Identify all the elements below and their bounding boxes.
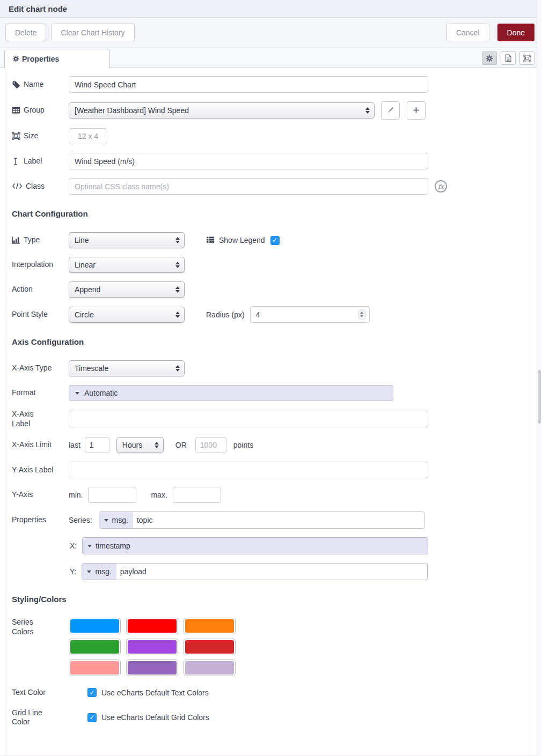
- document-icon: [504, 54, 512, 62]
- number-spinner[interactable]: [358, 309, 366, 320]
- y-axis-label-group: Y-Axis: [12, 490, 69, 500]
- x-axis-type-label: X-Axis Type: [12, 364, 52, 373]
- label-input[interactable]: [69, 153, 428, 169]
- point-style-select-value: Circle: [75, 310, 94, 319]
- series-color-swatch[interactable]: [184, 659, 236, 676]
- select-arrows-icon: [171, 365, 180, 372]
- series-type-selector[interactable]: msg.: [99, 512, 133, 528]
- interpolation-select[interactable]: Linear: [69, 257, 185, 273]
- name-label-group: Name: [12, 80, 69, 90]
- default-text-colors-checkbox[interactable]: ✓: [87, 688, 97, 697]
- default-grid-colors-checkbox[interactable]: ✓: [87, 713, 97, 722]
- x-axis-type-select[interactable]: Timescale: [69, 360, 185, 376]
- gear-icon: [12, 55, 19, 62]
- series-color-swatch[interactable]: [69, 659, 121, 676]
- series-color-swatch[interactable]: [184, 639, 236, 655]
- name-input[interactable]: [69, 76, 428, 93]
- series-value: topic: [133, 512, 153, 528]
- series-color-swatch[interactable]: [126, 618, 178, 634]
- format-value: Automatic: [84, 389, 118, 397]
- delete-button[interactable]: Delete: [5, 24, 46, 41]
- legend-list-icon: [206, 236, 215, 244]
- point-style-select[interactable]: Circle: [69, 307, 185, 323]
- series-label: Series:: [69, 516, 92, 524]
- object-group-icon: [523, 55, 531, 62]
- x-axis-limit-last-input[interactable]: [85, 437, 109, 453]
- y-axis-min-input[interactable]: [88, 487, 136, 503]
- tab-bar: Properties: [0, 48, 542, 68]
- series-color-swatch[interactable]: [69, 618, 121, 634]
- interpolation-label-group: Interpolation: [12, 260, 69, 270]
- edit-form: Name Group [Weather Dashboard] Wind Spee…: [0, 68, 542, 727]
- class-input[interactable]: [69, 178, 428, 195]
- tag-icon: [12, 80, 20, 89]
- y-axis-label-label: Y-Axis Label: [12, 465, 53, 475]
- label-label-group: Label: [12, 157, 69, 166]
- series-colors-label-group: Series Colors: [12, 618, 69, 636]
- x-axis-limit-unit-select[interactable]: Hours: [116, 437, 164, 453]
- text-color-label-group: Text Color: [12, 688, 69, 698]
- chevron-down-icon: [75, 392, 79, 395]
- type-label-group: Type: [12, 235, 69, 245]
- series-colors-label: Series Colors: [12, 618, 42, 636]
- x-axis-limit-label: X-Axis Limit: [12, 440, 52, 450]
- series-color-swatch[interactable]: [126, 659, 178, 676]
- x-axis-limit-label-group: X-Axis Limit: [12, 440, 69, 450]
- type-select[interactable]: Line: [69, 232, 185, 248]
- x-property-typed-input[interactable]: timestamp: [82, 537, 428, 554]
- y-property-typed-input[interactable]: msg. payload: [82, 563, 428, 580]
- y-property-type-label: msg.: [95, 567, 111, 576]
- x-property-label: X:: [70, 542, 77, 550]
- default-text-colors-label: Use eCharts Default Text Colors: [101, 688, 209, 697]
- radius-input[interactable]: [250, 306, 370, 323]
- properties-label-group: Properties: [12, 515, 69, 525]
- select-arrows-icon: [171, 312, 180, 318]
- cancel-button[interactable]: Cancel: [446, 24, 489, 41]
- x-axis-label-label: X-Axis Label: [12, 410, 42, 428]
- dialog-header: Edit chart node: [0, 0, 542, 18]
- dialog-title: Edit chart node: [9, 4, 67, 13]
- series-color-swatch[interactable]: [184, 618, 236, 634]
- edit-appearance-button[interactable]: [519, 51, 534, 65]
- series-typed-input[interactable]: msg. topic: [99, 512, 424, 529]
- series-color-swatch[interactable]: [126, 639, 178, 655]
- add-group-button[interactable]: [407, 101, 426, 120]
- edit-group-button[interactable]: [381, 101, 400, 120]
- y-axis-label-input[interactable]: [69, 462, 428, 478]
- format-dropdown[interactable]: Automatic: [69, 385, 393, 401]
- group-label-group: Group: [12, 106, 69, 115]
- type-select-value: Line: [75, 236, 89, 244]
- x-axis-limit-points-input[interactable]: [195, 437, 226, 453]
- action-select[interactable]: Append: [69, 281, 185, 298]
- group-select[interactable]: [Weather Dashboard] Wind Speed: [69, 102, 375, 118]
- clear-chart-history-button[interactable]: Clear Chart History: [51, 24, 134, 41]
- x-axis-label-label-group: X-Axis Label: [12, 410, 69, 428]
- styling-colors-heading: Styling/Colors: [12, 595, 542, 604]
- x-property-type-selector[interactable]: timestamp: [83, 538, 135, 554]
- size-label: Size: [24, 131, 38, 141]
- vertical-scrollbar[interactable]: [537, 0, 542, 756]
- size-button[interactable]: 12 x 4: [69, 128, 107, 144]
- show-legend-checkbox[interactable]: ✓: [270, 236, 280, 245]
- select-arrows-icon: [150, 442, 159, 448]
- y-axis-max-input[interactable]: [173, 487, 221, 503]
- text-color-label: Text Color: [12, 688, 46, 698]
- edit-properties-button[interactable]: [482, 51, 497, 65]
- group-select-value: [Weather Dashboard] Wind Speed: [75, 106, 189, 115]
- tab-properties[interactable]: Properties: [4, 49, 110, 68]
- edit-description-button[interactable]: [501, 51, 516, 65]
- done-button[interactable]: Done: [497, 24, 534, 41]
- x-axis-limit-points-label: points: [233, 441, 253, 449]
- action-select-value: Append: [75, 285, 100, 294]
- series-color-swatch[interactable]: [69, 639, 121, 655]
- x-axis-label-input[interactable]: [69, 411, 428, 427]
- y-property-type-selector[interactable]: msg.: [82, 564, 116, 580]
- plus-icon: [412, 106, 421, 115]
- scrollbar-thumb[interactable]: [538, 370, 541, 424]
- interpolation-select-value: Linear: [75, 261, 96, 269]
- select-arrows-icon: [171, 286, 180, 293]
- select-arrows-icon: [361, 107, 370, 114]
- tab-properties-label: Properties: [22, 55, 59, 63]
- action-label: Action: [12, 285, 33, 294]
- chevron-down-icon: [87, 545, 92, 547]
